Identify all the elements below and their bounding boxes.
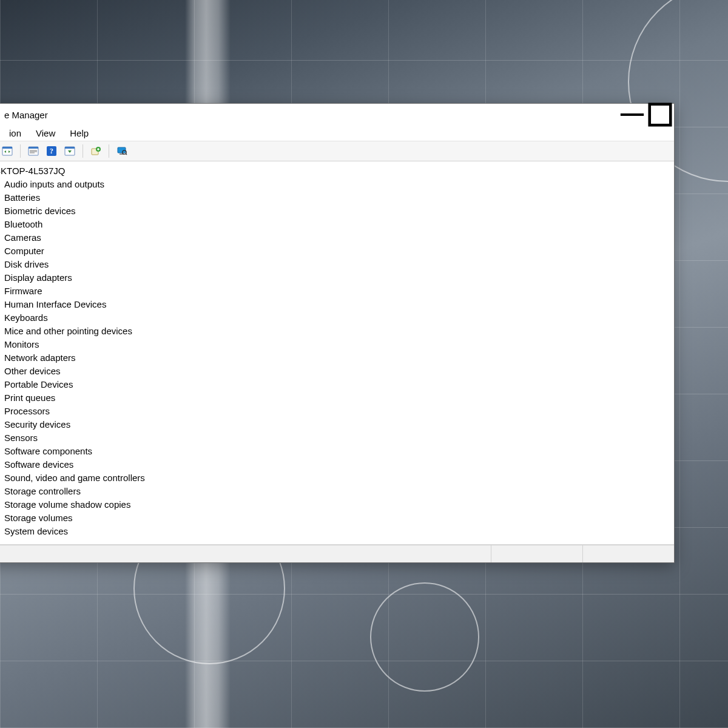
- tree-item-label: Storage controllers: [4, 486, 81, 496]
- svg-text:?: ?: [50, 147, 53, 155]
- scan-hardware-icon[interactable]: [114, 143, 130, 159]
- tree-item[interactable]: Software devices: [0, 457, 674, 471]
- tree-item-label: Portable Devices: [4, 379, 73, 389]
- tree-item-label: Firmware: [4, 286, 42, 296]
- minimize-button[interactable]: [618, 104, 646, 126]
- tree-item-label: Audio inputs and outputs: [4, 179, 104, 189]
- statusbar-pane: [491, 545, 582, 562]
- tree-item-label: Other devices: [4, 366, 61, 376]
- tree-item[interactable]: Bluetooth: [0, 217, 674, 231]
- tree-item-label: Mice and other pointing devices: [4, 326, 132, 336]
- tree-item[interactable]: Human Interface Devices: [0, 297, 674, 311]
- svg-rect-14: [65, 147, 75, 149]
- tree-item-label: Software devices: [4, 459, 73, 470]
- tree-item-label: Keyboards: [4, 312, 48, 323]
- tree-item[interactable]: Keyboards: [0, 311, 674, 324]
- svg-rect-1: [650, 104, 671, 126]
- statusbar-pane: [0, 545, 491, 562]
- maximize-button[interactable]: [646, 104, 674, 126]
- tree-item[interactable]: Display adapters: [0, 271, 674, 284]
- tree-item[interactable]: Processors: [0, 404, 674, 417]
- toolbar-separator: [20, 144, 21, 158]
- tree-item[interactable]: Security devices: [0, 417, 674, 431]
- menu-help[interactable]: Help: [64, 127, 95, 140]
- tree-item[interactable]: Batteries: [0, 190, 674, 204]
- tree-item-label: Batteries: [4, 192, 40, 203]
- tree-item[interactable]: Audio inputs and outputs: [0, 177, 674, 190]
- tree-item-label: Sound, video and game controllers: [4, 473, 145, 483]
- menu-view[interactable]: View: [30, 127, 61, 140]
- device-tree[interactable]: SKTOP-4L537JQ Audio inputs and outputsBa…: [0, 161, 674, 545]
- tree-item-label: Biometric devices: [4, 206, 76, 216]
- tree-item[interactable]: Monitors: [0, 337, 674, 351]
- tree-item[interactable]: Sound, video and game controllers: [0, 471, 674, 484]
- statusbar-pane: [582, 545, 674, 562]
- tree-item-label: Human Interface Devices: [4, 299, 106, 309]
- tree-item[interactable]: Computer: [0, 244, 674, 257]
- tree-item[interactable]: Biometric devices: [0, 204, 674, 217]
- toolbar-separator: [83, 144, 83, 158]
- tree-item[interactable]: System devices: [0, 524, 674, 538]
- tree-item[interactable]: Storage volume shadow copies: [0, 497, 674, 511]
- tree-root[interactable]: SKTOP-4L537JQ: [0, 164, 674, 177]
- tree-item[interactable]: Other devices: [0, 364, 674, 377]
- tree-item[interactable]: Network adapters: [0, 351, 674, 364]
- tree-item-label: Sensors: [4, 433, 38, 443]
- tree-item-label: Network adapters: [4, 352, 76, 363]
- tree-item[interactable]: Software components: [0, 444, 674, 457]
- tree-item[interactable]: Portable Devices: [0, 377, 674, 391]
- tree-item-label: Processors: [4, 406, 50, 416]
- tree-item-label: Computer: [4, 246, 44, 256]
- tree-item-label: Software components: [4, 446, 92, 456]
- tree-item-label: Monitors: [4, 339, 39, 349]
- tree-item-label: Display adapters: [4, 272, 72, 283]
- tree-item-label: Print queues: [4, 393, 55, 403]
- tree-item-label: Storage volume shadow copies: [4, 499, 130, 510]
- tree-item[interactable]: Cameras: [0, 231, 674, 244]
- statusbar: [0, 545, 674, 562]
- tree-item[interactable]: Mice and other pointing devices: [0, 324, 674, 337]
- tree-item-label: Security devices: [4, 419, 70, 430]
- tree-item-label: Disk drives: [4, 259, 49, 269]
- titlebar[interactable]: e Manager: [0, 104, 674, 126]
- tree-item-label: Storage volumes: [4, 513, 73, 523]
- tree-root-label: SKTOP-4L537JQ: [0, 166, 65, 176]
- show-hidden-icon[interactable]: [62, 143, 78, 159]
- tree-item[interactable]: Disk drives: [0, 257, 674, 271]
- svg-rect-3: [2, 147, 12, 149]
- menubar: ion View Help: [0, 126, 674, 141]
- tree-item[interactable]: Firmware: [0, 284, 674, 297]
- tree-item[interactable]: Storage volumes: [0, 511, 674, 524]
- svg-line-23: [126, 153, 127, 155]
- toolbar: ?: [0, 141, 674, 161]
- svg-rect-7: [29, 147, 38, 149]
- menu-action[interactable]: ion: [3, 127, 27, 140]
- tree-item[interactable]: Storage controllers: [0, 484, 674, 497]
- properties-icon[interactable]: [25, 143, 41, 159]
- window-title: e Manager: [4, 110, 48, 120]
- device-manager-window: e Manager ion View Help: [0, 103, 675, 563]
- update-driver-icon[interactable]: [88, 143, 104, 159]
- nav-back-forward-icon[interactable]: [0, 143, 15, 159]
- tree-item-label: Bluetooth: [4, 219, 42, 229]
- tree-item[interactable]: Print queues: [0, 391, 674, 404]
- toolbar-separator: [109, 144, 109, 158]
- help-icon[interactable]: ?: [44, 143, 59, 159]
- wallpaper-circle: [370, 582, 479, 692]
- tree-item[interactable]: Sensors: [0, 431, 674, 444]
- tree-item-label: System devices: [4, 526, 68, 536]
- tree-item-label: Cameras: [4, 232, 41, 243]
